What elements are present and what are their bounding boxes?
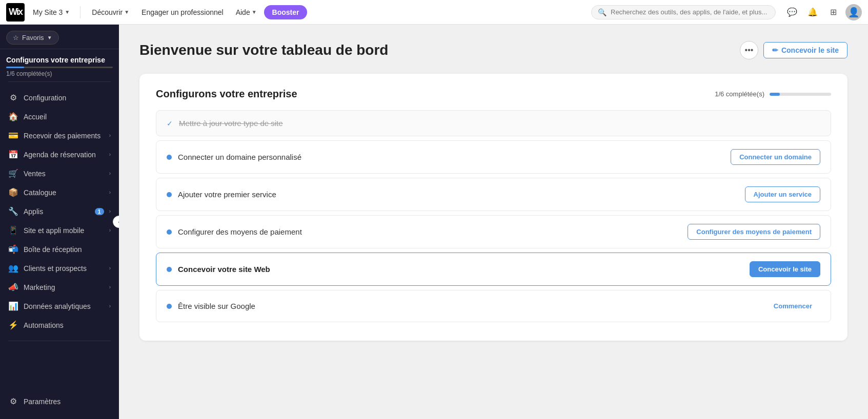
dot-icon-design-site — [167, 267, 172, 272]
search-input[interactable] — [611, 8, 769, 16]
wix-logo[interactable]: Wix — [6, 3, 25, 22]
ellipsis-icon: ••• — [745, 46, 754, 55]
sidebar-item-marketing-label: Marketing — [24, 283, 104, 291]
card-title: Configurons votre entreprise — [156, 88, 297, 100]
checklist-item-add-service: Ajouter votre premier service Ajouter un… — [156, 178, 831, 211]
sidebar-item-ventes[interactable]: 🛒 Ventes › — [0, 164, 119, 183]
card-header: Configurons votre entreprise 1/6 complét… — [156, 88, 831, 100]
card-progress-info: 1/6 complétée(s) — [715, 90, 831, 98]
checklist-item-connect-domain-label: Connecter un domaine personnalisé — [178, 153, 301, 161]
catalogue-chevron: › — [109, 190, 111, 195]
sidebar-item-automations-label: Automations — [24, 321, 111, 329]
main-header-actions: ••• ✏ Concevoir le site — [740, 41, 847, 59]
sidebar-item-ventes-label: Ventes — [24, 170, 104, 178]
start-google-button[interactable]: Commencer — [765, 299, 820, 313]
card-progress-fill — [770, 93, 780, 96]
clients-icon: 👥 — [8, 263, 18, 273]
sidebar-progress-bar — [6, 67, 113, 68]
nav-divider — [80, 6, 80, 18]
menu-item-aide[interactable]: Aide ▼ — [231, 6, 262, 19]
more-options-button[interactable]: ••• — [740, 41, 758, 59]
sidebar-item-accueil[interactable]: 🏠 Accueil — [0, 107, 119, 126]
site-mobile-icon: 📱 — [8, 225, 18, 235]
site-selector[interactable]: My Site 3 ▼ — [29, 6, 74, 18]
card-progress-bar — [770, 93, 831, 96]
design-site-button[interactable]: Concevoir le site — [750, 261, 820, 277]
sidebar-item-configuration[interactable]: ⚙ Configuration — [0, 88, 119, 107]
sidebar-nav: ⚙ Configuration 🏠 Accueil 💳 Recevoir des… — [0, 84, 119, 339]
checklist-item-connect-domain: Connecter un domaine personnalisé Connec… — [156, 140, 831, 174]
marketing-chevron: › — [109, 284, 111, 290]
sidebar-item-boite[interactable]: 📬 Boîte de réception — [0, 240, 119, 259]
sidebar: ☆ Favoris ▼ Configurons votre entreprise… — [0, 25, 119, 419]
notification-icon-button[interactable]: 🔔 — [804, 4, 821, 20]
aide-chevron: ▼ — [252, 9, 257, 15]
favorites-button[interactable]: ☆ Favoris ▼ — [6, 31, 59, 45]
page-title: Bienvenue sur votre tableau de bord — [139, 42, 388, 58]
design-site-header-label: Concevoir le site — [781, 46, 839, 54]
sidebar-item-paiements[interactable]: 💳 Recevoir des paiements › — [0, 126, 119, 145]
sidebar-item-paiements-label: Recevoir des paiements — [24, 132, 104, 140]
connect-domain-button[interactable]: Connecter un domaine — [731, 149, 820, 165]
sidebar-item-site-mobile-label: Site et appli mobile — [24, 226, 104, 235]
sidebar-item-site-mobile[interactable]: 📱 Site et appli mobile › — [0, 221, 119, 240]
sidebar-item-clients[interactable]: 👥 Clients et prospects › — [0, 259, 119, 278]
sidebar-item-analytiques[interactable]: 📊 Données analytiques › — [0, 297, 119, 316]
menu-item-decouvrir[interactable]: Découvrir ▼ — [87, 6, 134, 19]
user-avatar[interactable]: 👤 — [845, 4, 862, 20]
applis-chevron: › — [109, 208, 111, 214]
menu-item-pro[interactable]: Engager un professionnel — [136, 6, 229, 19]
sidebar-item-catalogue[interactable]: 📦 Catalogue › — [0, 183, 119, 202]
favorites-chevron: ▼ — [47, 35, 52, 40]
add-service-button[interactable]: Ajouter un service — [745, 186, 820, 202]
search-icon: 🔍 — [598, 8, 607, 16]
design-site-header-button[interactable]: ✏ Concevoir le site — [763, 42, 847, 58]
sidebar-item-configuration-label: Configuration — [24, 94, 111, 102]
pencil-icon: ✏ — [772, 46, 778, 54]
sidebar-item-automations[interactable]: ⚡ Automations — [0, 316, 119, 334]
sidebar-progress-fill — [6, 67, 24, 68]
booster-button[interactable]: Booster — [264, 5, 308, 19]
checklist-item-google: Être visible sur Google Commencer — [156, 290, 831, 322]
sidebar-item-marketing[interactable]: 📣 Marketing › — [0, 278, 119, 297]
grid-icon-button[interactable]: ⊞ — [825, 4, 841, 20]
sidebar-item-analytiques-label: Données analytiques — [24, 302, 104, 310]
check-icon-update-type: ✓ — [167, 119, 173, 128]
star-icon: ☆ — [13, 34, 19, 41]
analytiques-chevron: › — [109, 303, 111, 309]
sidebar-item-agenda[interactable]: 📅 Agenda de réservation › — [0, 145, 119, 164]
configuration-icon: ⚙ — [8, 93, 18, 102]
sidebar-item-applis[interactable]: 🔧 Applis 1 › — [0, 202, 119, 221]
topnav-menu: Découvrir ▼ Engager un professionnel Aid… — [87, 5, 307, 19]
search-bar[interactable]: 🔍 — [591, 5, 776, 19]
menu-item-aide-label: Aide — [236, 8, 250, 16]
checklist-item-update-type-left: ✓ Mettre à jour votre type de site — [167, 119, 283, 128]
checklist-item-update-type-label: Mettre à jour votre type de site — [179, 119, 283, 128]
ventes-chevron: › — [109, 171, 111, 176]
marketing-icon: 📣 — [8, 282, 18, 292]
checklist-item-google-left: Être visible sur Google — [167, 302, 255, 310]
menu-item-pro-label: Engager un professionnel — [142, 8, 224, 16]
sidebar-item-boite-label: Boîte de réception — [24, 245, 111, 254]
chat-icon-button[interactable]: 💬 — [784, 4, 800, 20]
checklist-item-add-service-left: Ajouter votre premier service — [167, 190, 276, 199]
accueil-icon: 🏠 — [8, 112, 18, 121]
dot-icon-payment — [167, 229, 172, 235]
sidebar-item-parametres[interactable]: ⚙ Paramètres — [0, 392, 119, 411]
configure-payment-button[interactable]: Configurer des moyens de paiement — [688, 224, 820, 240]
checklist-item-add-service-label: Ajouter votre premier service — [178, 190, 276, 199]
checklist-item-payment-label: Configurer des moyens de paiement — [178, 227, 302, 236]
sidebar-item-clients-label: Clients et prospects — [24, 264, 104, 273]
parametres-icon: ⚙ — [8, 396, 18, 406]
checklist-item-google-label: Être visible sur Google — [178, 302, 255, 310]
checklist-item-connect-domain-left: Connecter un domaine personnalisé — [167, 153, 301, 161]
sidebar-divider-top — [8, 81, 111, 82]
checklist-item-payment: Configurer des moyens de paiement Config… — [156, 215, 831, 248]
sidebar-completion-text: 1/6 complétée(s) — [6, 70, 113, 77]
applis-icon: 🔧 — [8, 206, 18, 216]
sidebar-setup-title: Configurons votre entreprise — [6, 55, 113, 65]
checklist-item-payment-left: Configurer des moyens de paiement — [167, 227, 302, 236]
site-name: My Site 3 — [33, 8, 63, 16]
topnav-action-icons: 💬 🔔 ⊞ 👤 — [784, 4, 862, 20]
sidebar-top: ☆ Favoris ▼ — [0, 25, 119, 49]
